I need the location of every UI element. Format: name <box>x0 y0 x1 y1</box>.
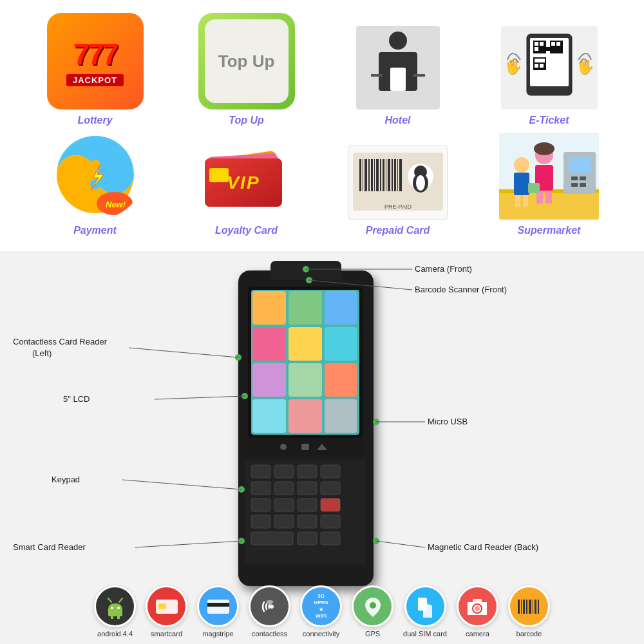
svg-rect-96 <box>274 465 294 478</box>
badge-connectivity: 3GGPRS★WIFI connectivity <box>300 585 342 638</box>
svg-text:(Left): (Left) <box>32 348 52 358</box>
contactless-icon <box>258 594 282 619</box>
badge-contactless: contactless <box>249 585 290 638</box>
svg-rect-92 <box>301 444 309 450</box>
svg-rect-47 <box>394 159 396 191</box>
svg-rect-112 <box>251 532 293 545</box>
camera-label: camera <box>466 630 489 638</box>
svg-text:Barcode Scanner (Front): Barcode Scanner (Front) <box>415 285 507 294</box>
svg-line-126 <box>155 396 245 399</box>
svg-rect-13 <box>551 42 555 46</box>
svg-rect-71 <box>515 195 520 207</box>
prepaid-label: Prepaid Card <box>366 225 430 236</box>
svg-rect-161 <box>526 600 527 614</box>
svg-point-149 <box>370 602 376 609</box>
svg-rect-70 <box>514 173 529 195</box>
svg-rect-35 <box>359 159 361 191</box>
svg-rect-39 <box>371 159 373 191</box>
supermarket-label: Supermarket <box>518 225 581 236</box>
svg-rect-2 <box>390 68 406 91</box>
contactless-badge <box>249 585 290 627</box>
badge-gps: GPS <box>352 585 393 638</box>
svg-point-141 <box>117 607 120 609</box>
smartcard-badge <box>146 585 187 627</box>
svg-rect-8 <box>535 42 538 46</box>
svg-rect-3 <box>371 74 383 77</box>
svg-rect-100 <box>274 482 294 495</box>
svg-rect-9 <box>540 42 544 46</box>
hotel-label: Hotel <box>385 115 411 126</box>
svg-rect-46 <box>392 159 393 191</box>
svg-rect-104 <box>274 498 294 511</box>
svg-rect-42 <box>380 159 381 191</box>
svg-rect-44 <box>386 159 386 191</box>
svg-text:VIP: VIP <box>227 173 260 193</box>
camera-badge <box>457 585 498 627</box>
svg-rect-63 <box>580 183 586 187</box>
gps-label: GPS <box>365 630 380 638</box>
svg-rect-107 <box>321 498 340 511</box>
app-eticket[interactable]: 🖐 🖐 E-Ticket <box>491 26 607 126</box>
svg-rect-59 <box>569 157 591 173</box>
svg-rect-109 <box>274 515 294 528</box>
svg-rect-73 <box>528 183 540 193</box>
barcode-badge <box>508 585 550 627</box>
svg-rect-99 <box>251 482 270 495</box>
android-icon <box>103 594 128 619</box>
badge-camera: camera <box>457 585 498 638</box>
app-topup[interactable]: Top Up Top Up <box>189 13 305 126</box>
payment-icon: New! <box>47 129 144 220</box>
smartcard-label: smartcard <box>151 630 182 638</box>
svg-rect-82 <box>289 327 322 361</box>
gps-icon <box>361 595 384 618</box>
svg-rect-111 <box>321 515 340 528</box>
svg-point-140 <box>111 607 113 609</box>
connectivity-label: connectivity <box>303 630 339 638</box>
badge-magstripe: magstripe <box>197 585 239 638</box>
app-lottery[interactable]: 777 JACKPOT Lottery <box>37 13 153 126</box>
contactless-label: contactless <box>252 630 287 638</box>
svg-rect-17 <box>535 59 545 62</box>
app-hotel[interactable]: Hotel <box>340 26 456 126</box>
svg-rect-98 <box>321 465 340 478</box>
svg-rect-41 <box>376 159 379 191</box>
loyalty-icon: VIP <box>195 136 298 220</box>
svg-rect-159 <box>521 600 522 614</box>
svg-rect-79 <box>289 291 322 325</box>
svg-rect-18 <box>535 64 538 68</box>
app-payment[interactable]: New! Payment <box>37 129 153 236</box>
svg-rect-40 <box>374 159 375 191</box>
app-prepaid[interactable]: PRE-PAID Prepaid Card <box>340 146 456 236</box>
seven-text: 777 <box>73 37 117 71</box>
svg-rect-88 <box>289 399 322 433</box>
svg-rect-160 <box>523 600 525 614</box>
svg-rect-157 <box>473 599 482 603</box>
topup-label: Top Up <box>229 115 264 126</box>
lottery-icon: 777 JACKPOT <box>47 13 144 109</box>
svg-rect-101 <box>298 482 317 495</box>
svg-rect-108 <box>251 515 270 528</box>
svg-rect-114 <box>321 532 340 545</box>
loyalty-svg: VIP <box>195 136 298 220</box>
barcode-label: barcode <box>516 630 542 638</box>
badge-barcode: barcode <box>508 585 550 638</box>
smartcard-icon <box>155 598 179 616</box>
eticket-icon: 🖐 🖐 <box>501 26 598 109</box>
badge-dualsim: dual SIM card <box>403 585 447 638</box>
svg-rect-86 <box>325 363 357 397</box>
android-badge <box>94 585 136 627</box>
svg-text:5" LCD: 5" LCD <box>63 394 90 404</box>
svg-rect-62 <box>571 183 578 187</box>
svg-line-142 <box>108 598 111 602</box>
svg-rect-164 <box>535 600 536 614</box>
app-supermarket[interactable]: Supermarket <box>491 133 607 236</box>
app-loyalty[interactable]: VIP Loyalty Card <box>189 136 305 236</box>
svg-rect-14 <box>556 42 560 46</box>
eticket-label: E-Ticket <box>529 115 569 126</box>
payment-svg: New! <box>47 129 144 220</box>
svg-rect-61 <box>580 176 586 180</box>
svg-point-156 <box>475 606 480 611</box>
svg-line-125 <box>129 348 238 357</box>
prepaid-svg: PRE-PAID <box>350 147 446 218</box>
gps-badge <box>352 585 393 627</box>
